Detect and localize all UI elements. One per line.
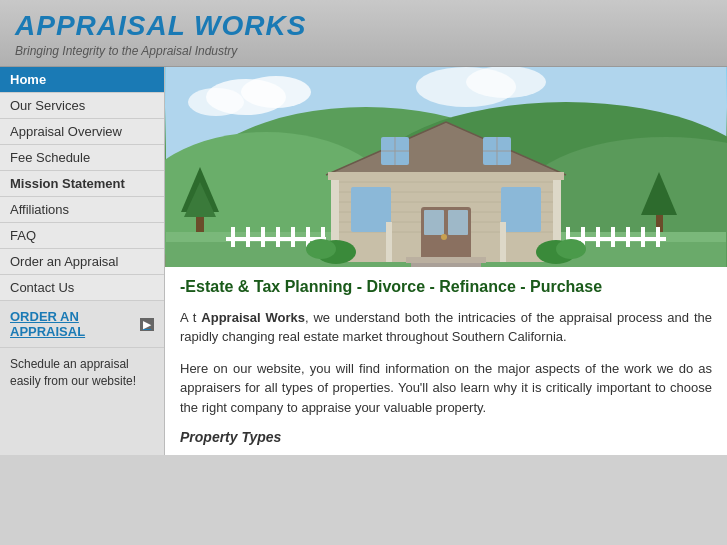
svg-rect-37 xyxy=(424,210,444,235)
svg-rect-62 xyxy=(656,227,660,247)
order-appraisal-label: ORDER AN APPRAISAL xyxy=(10,309,137,339)
property-types-heading: Property Types xyxy=(180,429,712,445)
order-arrow-icon: ▶ xyxy=(140,318,154,331)
schedule-text: Schedule an appraisal easily from our we… xyxy=(0,348,164,398)
sidebar-item-contact-us[interactable]: Contact Us xyxy=(0,275,164,301)
svg-point-65 xyxy=(306,239,336,259)
content-headline: -Estate & Tax Planning - Divorce - Refin… xyxy=(180,277,712,298)
sidebar-item-mission-statement[interactable]: Mission Statement xyxy=(0,171,164,197)
svg-rect-50 xyxy=(261,227,265,247)
sidebar-item-appraisal-overview[interactable]: Appraisal Overview xyxy=(0,119,164,145)
content-paragraph1: A t Appraisal Works, we understand both … xyxy=(180,308,712,347)
svg-rect-59 xyxy=(611,227,615,247)
site-header: APPRAISAL WORKS Bringing Integrity to th… xyxy=(0,0,727,67)
sidebar-item-home[interactable]: Home xyxy=(0,67,164,93)
svg-point-66 xyxy=(556,239,586,259)
svg-rect-35 xyxy=(501,187,541,232)
house-image xyxy=(165,67,727,267)
svg-rect-44 xyxy=(328,172,564,180)
svg-rect-45 xyxy=(406,257,486,263)
svg-rect-60 xyxy=(626,227,630,247)
svg-point-4 xyxy=(188,88,244,116)
order-appraisal-link[interactable]: ORDER AN APPRAISAL ▶ xyxy=(0,301,164,348)
sidebar: HomeOur ServicesAppraisal OverviewFee Sc… xyxy=(0,67,165,455)
company-name: Appraisal Works xyxy=(201,310,305,325)
sidebar-item-affiliations[interactable]: Affiliations xyxy=(0,197,164,223)
svg-rect-51 xyxy=(276,227,280,247)
content-paragraph2: Here on our website, you will find infor… xyxy=(180,359,712,418)
content-body: -Estate & Tax Planning - Divorce - Refin… xyxy=(165,267,727,455)
house-scene-svg xyxy=(165,67,727,267)
sidebar-item-our-services[interactable]: Our Services xyxy=(0,93,164,119)
svg-rect-38 xyxy=(448,210,468,235)
site-title: APPRAISAL WORKS xyxy=(15,10,712,42)
svg-rect-34 xyxy=(351,187,391,232)
para1-prefix: A t xyxy=(180,310,201,325)
nav-menu: HomeOur ServicesAppraisal OverviewFee Sc… xyxy=(0,67,164,301)
svg-rect-42 xyxy=(386,222,392,262)
main-layout: HomeOur ServicesAppraisal OverviewFee Sc… xyxy=(0,67,727,455)
svg-rect-49 xyxy=(246,227,250,247)
content-area: -Estate & Tax Planning - Divorce - Refin… xyxy=(165,67,727,455)
sidebar-item-faq[interactable]: FAQ xyxy=(0,223,164,249)
svg-point-3 xyxy=(241,76,311,108)
svg-rect-52 xyxy=(291,227,295,247)
svg-rect-58 xyxy=(596,227,600,247)
svg-point-6 xyxy=(466,67,546,98)
svg-rect-61 xyxy=(641,227,645,247)
site-subtitle: Bringing Integrity to the Appraisal Indu… xyxy=(15,44,712,58)
sidebar-item-order-an-appraisal[interactable]: Order an Appraisal xyxy=(0,249,164,275)
svg-rect-46 xyxy=(411,263,481,267)
svg-rect-43 xyxy=(500,222,506,262)
svg-rect-48 xyxy=(231,227,235,247)
svg-point-39 xyxy=(441,234,447,240)
sidebar-item-fee-schedule[interactable]: Fee Schedule xyxy=(0,145,164,171)
